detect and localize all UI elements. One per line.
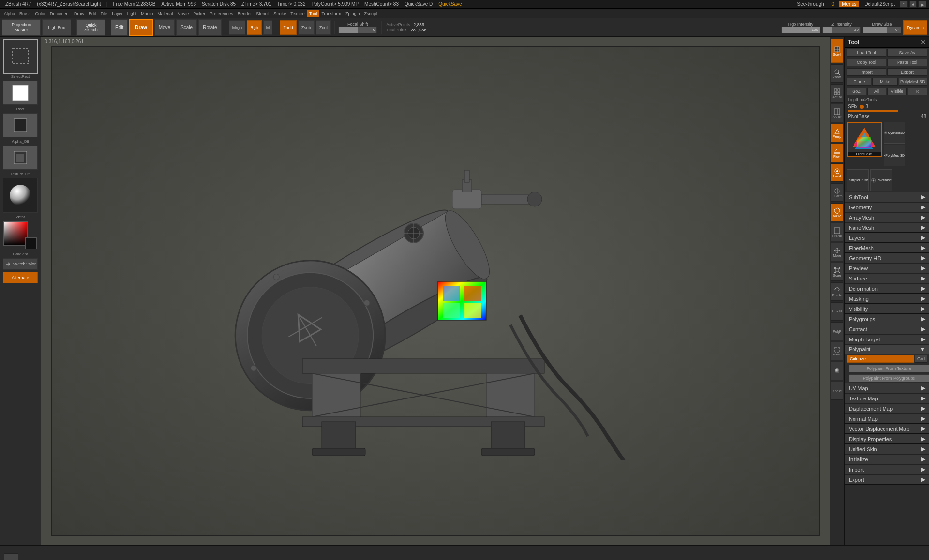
texture-map-section[interactable]: Texture Map ▶	[845, 393, 929, 403]
active-mesh-thumb[interactable]: FrontBase	[847, 122, 882, 157]
mrgb-btn[interactable]: Mrgb	[229, 20, 246, 35]
unified-skin-section[interactable]: Unified Skin ▶	[845, 444, 929, 454]
menu-preferences[interactable]: Preferences	[208, 10, 235, 17]
alpha-off-btn[interactable]	[3, 113, 38, 137]
display-properties-section[interactable]: Display Properties ▶	[845, 434, 929, 444]
6xyz-btn[interactable]: 6XYZ	[831, 203, 843, 221]
projection-master-btn[interactable]: Projection Master	[2, 19, 41, 36]
color-swatch[interactable]	[3, 221, 38, 250]
subtool-section[interactable]: SubTool ▶	[845, 192, 929, 202]
xpose-btn[interactable]: Xpose	[831, 382, 843, 400]
close-tool-panel-btn[interactable]: ✕	[920, 38, 926, 46]
scale-tool-btn[interactable]: Scale	[831, 263, 843, 281]
make-btn[interactable]: Make	[872, 78, 897, 86]
menu-material[interactable]: Material	[155, 10, 175, 17]
array-mesh-section[interactable]: ArrayMesh ▶	[845, 212, 929, 222]
canvas-inner[interactable]	[51, 46, 820, 536]
bottom-scroll[interactable]	[4, 553, 18, 560]
menu-picker[interactable]: Picker	[191, 10, 207, 17]
grd-btn[interactable]: Grd	[915, 355, 927, 363]
rgb-intensity-slider[interactable]: 100	[781, 27, 820, 33]
geometry-section-1[interactable]: Geometry ▶	[845, 202, 929, 212]
icon-arr[interactable]: ▶	[918, 1, 926, 8]
menu-layer[interactable]: Layer	[110, 10, 125, 17]
menu-draw[interactable]: Draw	[72, 10, 86, 17]
frame-btn[interactable]: Frame	[831, 223, 843, 241]
texture-off-btn[interactable]	[3, 146, 38, 170]
zadd-btn[interactable]: Zadd	[280, 20, 297, 35]
draw-btn[interactable]: Draw	[129, 19, 152, 36]
lightbox-tools-btn[interactable]: Lightbox>Tools	[845, 96, 929, 103]
initialize-section[interactable]: Initialize ▶	[845, 454, 929, 464]
polymesh3d-btn[interactable]: PolyMesh3D	[899, 78, 927, 86]
polygroups-section[interactable]: Polygroups ▶	[845, 314, 929, 324]
menu-brush[interactable]: Brush	[17, 10, 33, 17]
nano-mesh-section[interactable]: NanoMesh ▶	[845, 222, 929, 233]
rotate-btn[interactable]: Rotate	[198, 19, 221, 36]
import-btn[interactable]: Import	[847, 68, 886, 76]
menu-document[interactable]: Document	[48, 10, 72, 17]
rgb-btn[interactable]: Rgb	[247, 20, 262, 35]
draw-size-slider[interactable]: 64	[863, 27, 901, 33]
colorize-btn[interactable]: Colorize	[847, 355, 914, 363]
edit-btn[interactable]: Edit	[111, 19, 128, 36]
menu-texture[interactable]: Texture	[288, 10, 307, 17]
menu-render[interactable]: Render	[236, 10, 254, 17]
menu-tool[interactable]: Tool	[307, 10, 319, 17]
floor-btn[interactable]: Floor	[831, 144, 843, 162]
visibility-section[interactable]: Visibility ▶	[845, 304, 929, 314]
contact-section[interactable]: Contact ▶	[845, 324, 929, 334]
polyf-btn[interactable]: PolyF	[831, 322, 843, 340]
canvas-3d[interactable]	[52, 47, 819, 535]
focal-shift-slider[interactable]: 0	[338, 27, 377, 33]
deformation-section[interactable]: Deformation ▶	[845, 283, 929, 294]
quick-sketch-btn[interactable]: Quick Sketch	[76, 19, 105, 36]
export-tool-section[interactable]: Export ▶	[845, 474, 929, 485]
clone-btn[interactable]: Clone	[847, 78, 871, 86]
lrna-btn[interactable]: Lrna Pff	[831, 302, 843, 321]
copy-tool-btn[interactable]: Copy Tool	[847, 59, 886, 66]
uv-map-section[interactable]: UV Map ▶	[845, 383, 929, 393]
save-as-btn[interactable]: Save As	[887, 49, 927, 57]
zsub-btn[interactable]: Zsub	[298, 20, 315, 35]
scroll-btn[interactable]: Scroll	[831, 39, 843, 63]
cylinder3d-thumb[interactable]: Cylinder3D	[884, 122, 905, 144]
z-intensity-control[interactable]: Z Intensity 25	[822, 22, 861, 33]
lightbox-btn[interactable]: LightBox	[42, 19, 71, 36]
see-through[interactable]: See-through	[795, 1, 826, 7]
pivotbase-thumb[interactable]: PivotBase	[870, 169, 892, 191]
menu-file[interactable]: File	[99, 10, 110, 17]
m-btn[interactable]: M	[263, 20, 273, 35]
vector-displacement-section[interactable]: Vector Displacement Map ▶	[845, 424, 929, 434]
transp-btn[interactable]: Transp	[831, 342, 843, 360]
move-tool-btn[interactable]: Move	[831, 243, 843, 261]
export-btn[interactable]: Export	[887, 68, 927, 76]
menu-edit[interactable]: Edit	[87, 10, 98, 17]
fibermesh-section[interactable]: FiberMesh ▶	[845, 243, 929, 253]
paste-tool-btn[interactable]: Paste Tool	[887, 59, 927, 66]
menu-alpha[interactable]: Alpha	[2, 10, 17, 17]
rgb-intensity-control[interactable]: Rgb Intensity 100	[781, 22, 820, 33]
zoom-btn[interactable]: Zoom	[831, 64, 843, 83]
icon-star[interactable]: ✱	[909, 1, 917, 8]
simplebrush-thumb[interactable]: S SimpleBrush	[847, 169, 869, 191]
polymesh3d-thumb[interactable]: ★ PolyMesh3D	[884, 145, 905, 166]
import-tool-section[interactable]: Import ▶	[845, 464, 929, 474]
menu-transform[interactable]: Transform	[319, 10, 343, 17]
menu-zscript[interactable]: Zscript	[362, 10, 379, 17]
local-btn[interactable]: Local	[831, 163, 843, 182]
move-btn[interactable]: Move	[154, 19, 175, 36]
displacement-map-section[interactable]: Displacement Map ▶	[845, 403, 929, 413]
all-btn[interactable]: All	[867, 88, 886, 95]
aahalf-btn[interactable]: AAHalf	[831, 104, 843, 122]
rotate-tool-btn[interactable]: Rotate	[831, 282, 843, 301]
quick-save-label[interactable]: QuickSave D	[402, 1, 435, 7]
visible-btn[interactable]: Visible	[887, 88, 907, 95]
normal-map-section[interactable]: Normal Map ▶	[845, 413, 929, 424]
default-script[interactable]: Default2Script	[862, 1, 897, 7]
dynamic-btn[interactable]: Dynamic	[903, 20, 927, 35]
rect-tool-btn[interactable]	[3, 81, 38, 105]
masking-section[interactable]: Masking ▶	[845, 294, 929, 304]
polypaint-section[interactable]: Polypaint ▼	[845, 344, 929, 354]
menu-light[interactable]: Light	[125, 10, 139, 17]
